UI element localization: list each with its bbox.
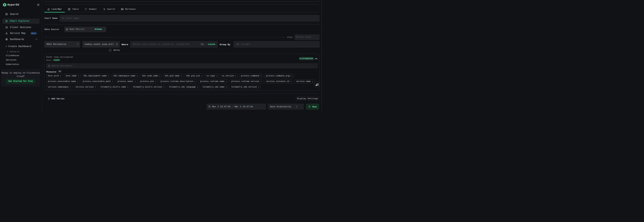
svg-text:2: 2	[85, 9, 86, 10]
svg-text:3: 3	[86, 8, 87, 10]
